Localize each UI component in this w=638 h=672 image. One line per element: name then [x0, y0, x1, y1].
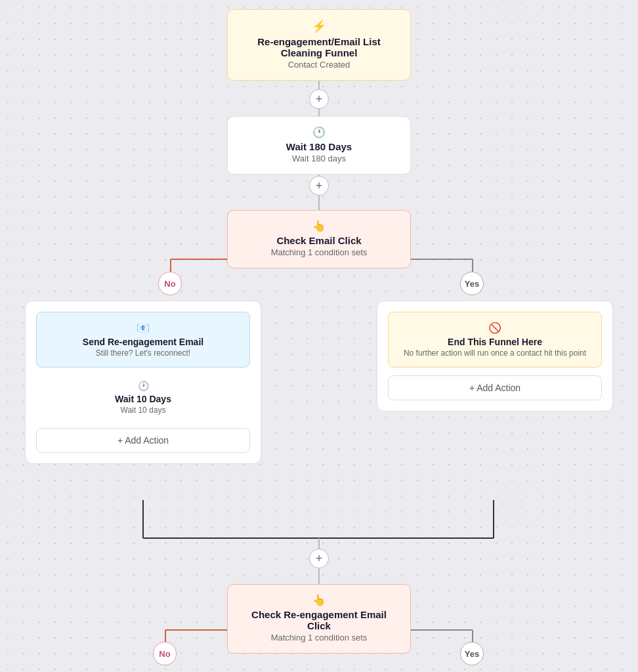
- trigger-title: Re-engagement/Email List Cleaning Funnel: [244, 36, 394, 58]
- condition-icon-1: 👆: [244, 220, 394, 232]
- wait-sub-title: Wait 10 Days: [36, 394, 250, 404]
- end-funnel-icon: 🚫: [399, 322, 591, 334]
- email-icon: 📧: [47, 322, 239, 334]
- end-funnel-title: End This Funnel Here: [399, 337, 591, 347]
- add-action-left[interactable]: + Add Action: [36, 428, 250, 453]
- wait-subtitle-1: Wait 180 days: [244, 154, 394, 163]
- add-button-3[interactable]: +: [309, 549, 329, 568]
- plus-icon-3: +: [316, 552, 323, 566]
- trigger-subtitle: Contact Created: [244, 60, 394, 70]
- condition-subtitle-2: Matching 1 condition sets: [244, 633, 394, 642]
- no-label-1: No: [158, 272, 182, 295]
- yes-label-1: Yes: [460, 272, 484, 295]
- condition-title-1: Check Email Click: [244, 235, 394, 246]
- send-email-title: Send Re-engagement Email: [47, 337, 239, 347]
- add-button-1[interactable]: +: [309, 89, 329, 109]
- send-email-subtitle: Still there? Let's reconnect!: [47, 348, 239, 358]
- add-action-left-label: + Add Action: [117, 435, 169, 446]
- add-button-2[interactable]: +: [309, 176, 329, 196]
- condition-node-1[interactable]: 👆 Check Email Click Matching 1 condition…: [227, 210, 411, 268]
- condition-node-2[interactable]: 👆 Check Re-engagement Email Click Matchi…: [227, 584, 411, 654]
- wait-icon-1: 🕐: [244, 126, 394, 138]
- condition-title-2: Check Re-engagement Email Click: [244, 609, 394, 631]
- trigger-icon: ⚡: [244, 19, 394, 33]
- trigger-node[interactable]: ⚡ Re-engagement/Email List Cleaning Funn…: [227, 9, 411, 81]
- wait-node-1[interactable]: 🕐 Wait 180 Days Wait 180 days: [227, 116, 411, 175]
- wait-title-1: Wait 180 Days: [244, 141, 394, 152]
- yes-label-2: Yes: [460, 642, 484, 665]
- plus-icon-1: +: [316, 93, 323, 106]
- add-action-right-label: + Add Action: [469, 383, 521, 393]
- send-email-card[interactable]: 📧 Send Re-engagement Email Still there? …: [36, 312, 250, 368]
- end-funnel-card[interactable]: 🚫 End This Funnel Here No further action…: [388, 312, 602, 368]
- wait-sub-subtitle: Wait 10 days: [36, 406, 250, 415]
- right-branch-1: 🚫 End This Funnel Here No further action…: [377, 301, 613, 411]
- funnel-canvas: ⚡ Re-engagement/Email List Cleaning Funn…: [0, 0, 638, 672]
- add-action-right[interactable]: + Add Action: [388, 375, 602, 400]
- left-branch-1: 📧 Send Re-engagement Email Still there? …: [25, 301, 261, 464]
- end-funnel-subtitle: No further action will run once a contac…: [399, 348, 591, 358]
- wait-sub-card[interactable]: 🕐 Wait 10 Days Wait 10 days: [36, 375, 250, 420]
- condition-icon-2: 👆: [244, 594, 394, 606]
- no-label-2: No: [153, 642, 177, 665]
- condition-subtitle-1: Matching 1 condition sets: [244, 247, 394, 257]
- plus-icon-2: +: [316, 179, 323, 193]
- wait-sub-icon: 🕐: [36, 381, 250, 391]
